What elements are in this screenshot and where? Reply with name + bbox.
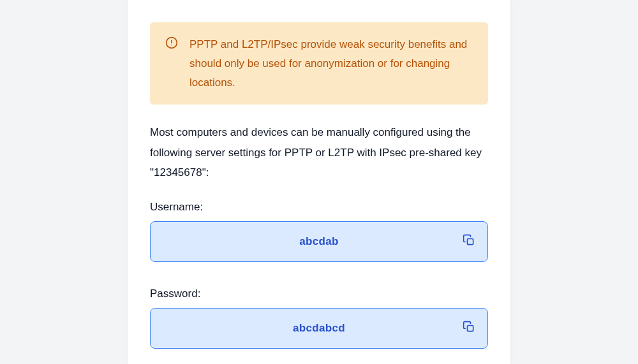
password-label: Password: <box>150 288 488 300</box>
copy-username-button[interactable] <box>462 235 476 249</box>
copy-icon <box>463 321 475 335</box>
copy-password-button[interactable] <box>462 321 476 335</box>
svg-point-2 <box>171 45 172 46</box>
username-value: abcdab <box>299 235 338 248</box>
username-label: Username: <box>150 201 488 214</box>
svg-rect-3 <box>468 239 473 245</box>
alert-text: PPTP and L2TP/IPsec provide weak securit… <box>189 35 473 92</box>
copy-icon <box>463 234 475 249</box>
username-section: Username: abcdab <box>150 201 488 262</box>
alert-icon <box>165 36 178 49</box>
username-copy-box[interactable]: abcdab <box>150 221 488 262</box>
password-section: Password: abcdabcd <box>150 288 488 349</box>
settings-card: PPTP and L2TP/IPsec provide weak securit… <box>128 0 510 364</box>
security-warning-alert: PPTP and L2TP/IPsec provide weak securit… <box>150 22 488 105</box>
instructions-text: Most computers and devices can be manual… <box>150 122 488 182</box>
svg-rect-4 <box>468 326 473 331</box>
password-value: abcdabcd <box>293 322 345 335</box>
password-copy-box[interactable]: abcdabcd <box>150 308 488 349</box>
